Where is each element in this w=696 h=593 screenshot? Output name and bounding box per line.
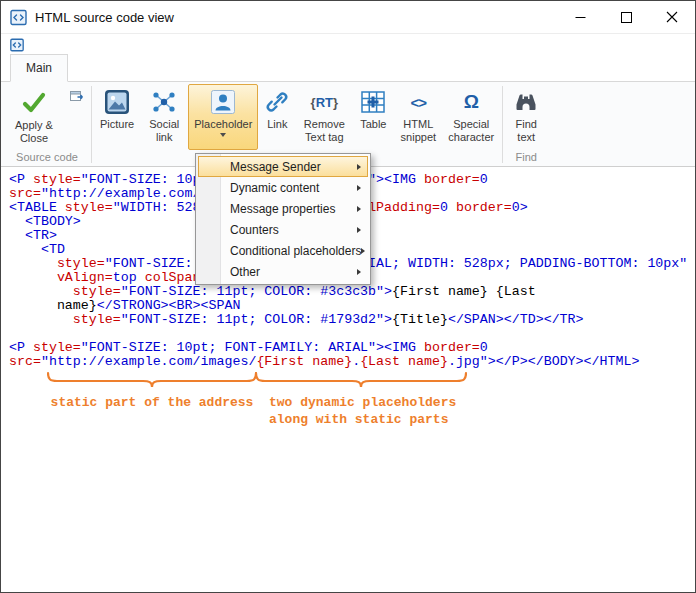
titlebar: HTML source code view <box>1 1 695 34</box>
window-title: HTML source code view <box>35 10 557 25</box>
ribbon-tab-strip: Main <box>1 34 695 81</box>
menu-item-other[interactable]: Other <box>198 261 368 282</box>
html-snippet-icon: <> <box>411 88 427 116</box>
annotation-brace-placeholders <box>255 371 467 389</box>
share-icon <box>151 88 177 116</box>
source-code-group: Apply & Close Source code <box>5 83 89 166</box>
submenu-arrow-icon <box>357 206 361 212</box>
rt-icon: {RT} <box>311 88 338 116</box>
omega-icon: Ω <box>464 88 479 116</box>
submenu-arrow-icon <box>357 269 361 275</box>
ribbon-separator <box>502 86 503 163</box>
remove-text-tag-button[interactable]: {RT} Remove Text tag <box>296 84 352 150</box>
menu-item-message-sender[interactable]: Message Sender <box>198 156 368 177</box>
table-icon <box>360 88 386 116</box>
placeholder-dropdown-menu: Message Sender Dynamic content Message p… <box>195 153 371 285</box>
tab-main[interactable]: Main <box>10 54 68 82</box>
find-group-label: Find <box>505 150 547 166</box>
person-icon <box>210 88 236 116</box>
submenu-arrow-icon <box>361 248 365 254</box>
menu-item-counters[interactable]: Counters <box>198 219 368 240</box>
social-link-button[interactable]: Social link <box>140 84 188 150</box>
apply-close-button[interactable]: Apply & Close <box>5 84 63 148</box>
submenu-arrow-icon <box>357 227 361 233</box>
placeholder-button[interactable]: Placeholder <box>188 84 258 150</box>
table-button[interactable]: Table <box>352 84 394 150</box>
find-group: Find text Find <box>505 83 547 166</box>
window-export-icon <box>69 88 85 108</box>
menu-item-dynamic-content[interactable]: Dynamic content <box>198 177 368 198</box>
binoculars-icon <box>513 88 539 116</box>
ribbon-separator <box>91 86 92 163</box>
minimize-button[interactable] <box>557 2 603 33</box>
find-text-button[interactable]: Find text <box>505 84 547 150</box>
picture-icon <box>104 88 130 116</box>
menu-item-message-properties[interactable]: Message properties <box>198 198 368 219</box>
link-button[interactable]: Link <box>258 84 296 150</box>
apply-close-alt-button[interactable] <box>65 86 89 110</box>
close-icon <box>666 11 678 23</box>
menu-item-conditional-placeholders[interactable]: Conditional placeholders <box>198 240 368 261</box>
html-snippet-button[interactable]: <> HTML snippet <box>394 84 442 150</box>
link-icon <box>264 88 290 116</box>
maximize-icon <box>621 12 632 23</box>
tab-main-label: Main <box>26 61 52 75</box>
apply-close-label: Apply & Close <box>15 119 53 144</box>
picture-button[interactable]: Picture <box>94 84 140 150</box>
submenu-arrow-icon <box>357 185 361 191</box>
source-code-group-label: Source code <box>5 150 89 166</box>
maximize-button[interactable] <box>603 2 649 33</box>
annotation-label-placeholders: two dynamic placeholders along with stat… <box>269 394 456 428</box>
minimize-icon <box>575 12 586 23</box>
annotation-brace-static-part <box>47 371 257 389</box>
dialog-window: HTML source code view Main Ap <box>0 0 696 593</box>
submenu-arrow-icon <box>357 164 361 170</box>
annotation-label-static-part: static part of the address <box>41 394 263 411</box>
app-icon <box>10 9 27 26</box>
check-icon <box>21 89 47 117</box>
chevron-down-icon <box>220 133 226 137</box>
close-button[interactable] <box>649 2 695 33</box>
special-character-button[interactable]: Ω Special character <box>442 84 500 150</box>
